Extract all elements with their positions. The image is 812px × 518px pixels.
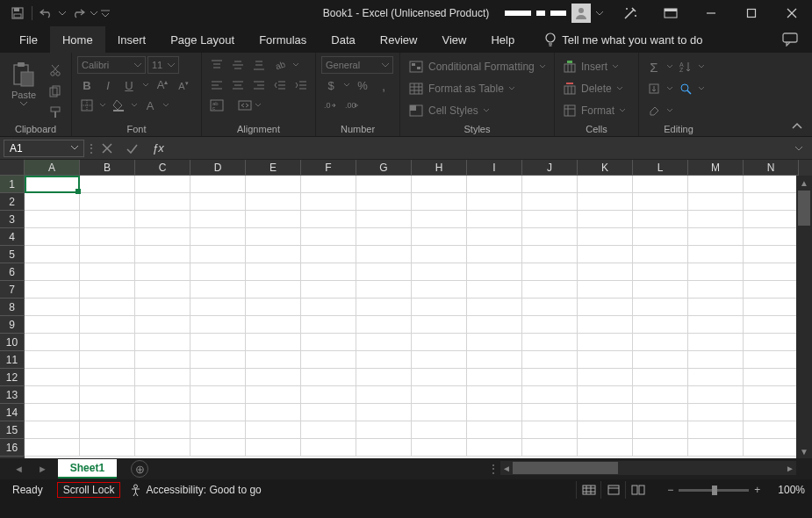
cell[interactable] xyxy=(744,211,799,228)
orientation-button[interactable]: ab xyxy=(270,56,290,74)
cell[interactable] xyxy=(25,228,80,246)
cell[interactable] xyxy=(190,404,246,421)
row-header[interactable]: 4 xyxy=(0,228,25,246)
tab-view[interactable]: View xyxy=(429,26,478,53)
cell[interactable] xyxy=(467,421,522,439)
row-header[interactable]: 3 xyxy=(0,211,25,228)
cancel-formula-button[interactable] xyxy=(95,138,119,159)
row-header[interactable]: 11 xyxy=(0,351,25,369)
cell[interactable] xyxy=(412,228,467,246)
cell[interactable] xyxy=(190,176,246,193)
cell[interactable] xyxy=(135,316,190,334)
cell[interactable] xyxy=(246,386,301,404)
cell[interactable] xyxy=(190,334,246,351)
cell[interactable] xyxy=(356,369,412,386)
cell[interactable] xyxy=(190,369,246,386)
increase-font-button[interactable]: A▴ xyxy=(153,76,172,94)
cell[interactable] xyxy=(744,299,799,316)
cell[interactable] xyxy=(356,176,412,193)
scroll-up-arrow[interactable]: ▲ xyxy=(796,176,812,190)
cell[interactable] xyxy=(744,176,799,193)
cell[interactable] xyxy=(688,228,744,246)
horizontal-scrollbar[interactable]: ◄ ► xyxy=(500,461,796,475)
cell[interactable] xyxy=(412,421,467,439)
cell[interactable] xyxy=(301,386,356,404)
slider-track[interactable] xyxy=(679,489,749,492)
cell[interactable] xyxy=(246,421,301,439)
align-right-button[interactable] xyxy=(249,76,269,94)
cell[interactable] xyxy=(301,246,356,263)
row-header[interactable]: 2 xyxy=(0,193,25,211)
cell[interactable] xyxy=(688,334,744,351)
cell[interactable] xyxy=(190,351,246,369)
cell[interactable] xyxy=(135,263,190,281)
cell-styles-button[interactable]: Cell Styles xyxy=(406,102,549,119)
column-header[interactable]: H xyxy=(412,160,467,176)
cell[interactable] xyxy=(412,299,467,316)
zoom-in-button[interactable]: + xyxy=(754,484,760,496)
cell[interactable] xyxy=(80,281,135,299)
font-color-button[interactable]: A xyxy=(140,97,160,114)
cell[interactable] xyxy=(522,263,578,281)
cell[interactable] xyxy=(80,439,135,457)
cell[interactable] xyxy=(80,299,135,316)
cell[interactable] xyxy=(301,404,356,421)
increase-indent-button[interactable] xyxy=(291,76,311,94)
cell[interactable] xyxy=(412,211,467,228)
wrap-text-button[interactable]: abc xyxy=(207,97,226,114)
cell[interactable] xyxy=(744,246,799,263)
underline-dropdown[interactable] xyxy=(140,76,151,94)
cell[interactable] xyxy=(356,228,412,246)
format-as-table-button[interactable]: Format as Table xyxy=(406,80,549,97)
cell[interactable] xyxy=(246,299,301,316)
cell[interactable] xyxy=(301,351,356,369)
cell[interactable] xyxy=(578,334,633,351)
cell[interactable] xyxy=(467,369,522,386)
cell[interactable] xyxy=(25,439,80,457)
sheet-nav-prev[interactable]: ◄ xyxy=(11,464,27,474)
comments-button[interactable] xyxy=(782,26,798,53)
insert-cells-button[interactable]: Insert xyxy=(560,58,629,76)
cell[interactable] xyxy=(25,176,80,193)
cell[interactable] xyxy=(190,421,246,439)
cell[interactable] xyxy=(522,386,578,404)
maximize-button[interactable] xyxy=(731,0,772,26)
select-all-corner[interactable] xyxy=(0,160,25,176)
cell[interactable] xyxy=(135,299,190,316)
cell[interactable] xyxy=(25,193,80,211)
cell[interactable] xyxy=(25,263,80,281)
column-header[interactable]: N xyxy=(744,160,799,176)
cell[interactable] xyxy=(356,316,412,334)
cell[interactable] xyxy=(633,421,688,439)
cell[interactable] xyxy=(412,369,467,386)
cell[interactable] xyxy=(633,211,688,228)
cell[interactable] xyxy=(633,369,688,386)
autosum-button[interactable]: Σ xyxy=(644,58,664,76)
cell[interactable] xyxy=(80,369,135,386)
cell[interactable] xyxy=(633,228,688,246)
cell[interactable] xyxy=(578,211,633,228)
tell-me-search[interactable]: Tell me what you want to do xyxy=(544,26,702,53)
cell[interactable] xyxy=(356,351,412,369)
font-size-combo[interactable]: 11 xyxy=(147,56,179,74)
row-header[interactable]: 13 xyxy=(0,386,25,404)
cell[interactable] xyxy=(467,228,522,246)
row-header[interactable]: 14 xyxy=(0,404,25,421)
cell[interactable] xyxy=(522,369,578,386)
accounting-format-button[interactable]: $ xyxy=(321,76,341,94)
cell[interactable] xyxy=(356,281,412,299)
scrollbar-thumb[interactable] xyxy=(513,462,618,474)
cell[interactable] xyxy=(356,404,412,421)
cell[interactable] xyxy=(522,316,578,334)
find-select-button[interactable] xyxy=(676,80,695,97)
cell[interactable] xyxy=(467,299,522,316)
cell[interactable] xyxy=(80,211,135,228)
minimize-button[interactable] xyxy=(691,0,731,26)
column-header[interactable]: G xyxy=(356,160,412,176)
cell[interactable] xyxy=(633,351,688,369)
cell[interactable] xyxy=(301,439,356,457)
column-header[interactable]: J xyxy=(522,160,578,176)
cell[interactable] xyxy=(246,193,301,211)
cell[interactable] xyxy=(246,281,301,299)
cell[interactable] xyxy=(578,351,633,369)
